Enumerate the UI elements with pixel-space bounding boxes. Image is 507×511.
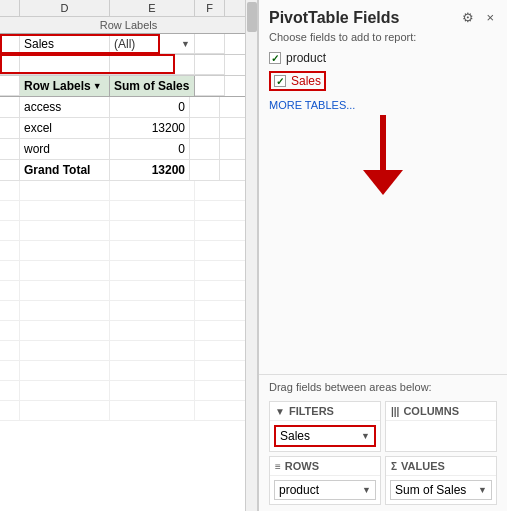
row-num-3: [0, 139, 20, 159]
more-tables-link[interactable]: MORE TABLES...: [259, 95, 507, 115]
empty-filler-row: [0, 381, 257, 401]
areas-grid: ▼ FILTERS Sales ▼ ||| COLUMNS ≡ RO: [259, 397, 507, 511]
filters-dropdown-arrow[interactable]: ▼: [361, 431, 370, 441]
pivot-header-rownum: [0, 76, 20, 96]
row-number-col: [0, 0, 20, 16]
empty-filler-row: [0, 361, 257, 381]
empty-row: [0, 55, 257, 76]
row-value-word: 0: [110, 139, 190, 159]
row-extra-1: [190, 97, 220, 117]
row-label-access: access: [20, 97, 110, 117]
scrollbar[interactable]: [245, 0, 257, 511]
values-icon: Σ: [391, 461, 397, 472]
area-filters-header: ▼ FILTERS: [270, 402, 380, 421]
field-item-sales[interactable]: ✓ Sales: [269, 69, 497, 93]
filters-dropdown[interactable]: Sales ▼: [274, 425, 376, 447]
scrollbar-thumb[interactable]: [247, 2, 257, 32]
settings-icon[interactable]: ⚙: [459, 8, 477, 27]
pivot-header-empty: [195, 76, 225, 96]
empty-filler-row: [0, 181, 257, 201]
values-dropdown[interactable]: Sum of Sales ▼: [390, 480, 492, 500]
field-item-product[interactable]: ✓ product: [269, 49, 497, 67]
filter-dropdown-arrow[interactable]: ▼: [181, 39, 190, 49]
row-value-access: 0: [110, 97, 190, 117]
pivot-header-sum-label: Sum of Sales: [110, 76, 195, 96]
field-label-product: product: [286, 51, 326, 65]
checkmark-sales: ✓: [276, 76, 284, 87]
pivot-panel: PivotTable Fields ⚙ × Choose fields to a…: [258, 0, 507, 511]
panel-icons: ⚙ ×: [459, 8, 497, 27]
grand-total-value: 13200: [110, 160, 190, 180]
row-extra-3: [190, 139, 220, 159]
close-icon[interactable]: ×: [483, 8, 497, 27]
area-filters: ▼ FILTERS Sales ▼: [269, 401, 381, 452]
filter-value-cell[interactable]: (All) ▼: [110, 34, 195, 54]
area-rows-content: product ▼: [270, 476, 380, 504]
col-f-header: F: [195, 0, 225, 16]
checkmark-product: ✓: [271, 53, 279, 64]
area-filters-content: Sales ▼: [270, 421, 380, 451]
arrow-area: [259, 115, 507, 374]
row-extra-2: [190, 118, 220, 138]
cells-area: Sales (All) ▼ Row Labels ▼: [0, 34, 257, 421]
row-num-2: [0, 118, 20, 138]
drag-hint: Drag fields between areas below:: [259, 374, 507, 397]
rows-label: ROWS: [285, 460, 319, 472]
rows-dropdown-value: product: [279, 483, 319, 497]
area-values-content: Sum of Sales ▼: [386, 476, 496, 504]
filter-empty-f: [195, 34, 225, 54]
empty-filler-row: [0, 281, 257, 301]
empty-filler-row: [0, 301, 257, 321]
row-num-1: [0, 97, 20, 117]
values-label: VALUES: [401, 460, 445, 472]
rows-dropdown-arrow[interactable]: ▼: [362, 485, 371, 495]
area-columns: ||| COLUMNS: [385, 401, 497, 452]
empty-filler-row: [0, 341, 257, 361]
area-rows: ≡ ROWS product ▼: [269, 456, 381, 505]
area-rows-header: ≡ ROWS: [270, 457, 380, 476]
drag-arrow-icon: [363, 115, 403, 195]
row-extra-gt: [190, 160, 220, 180]
filter-row: Sales (All) ▼: [0, 34, 257, 55]
grand-total-row: Grand Total 13200: [0, 160, 257, 181]
filter-label-cell[interactable]: Sales: [20, 34, 110, 54]
col-headers: D E F: [0, 0, 257, 17]
filters-dropdown-value: Sales: [280, 429, 310, 443]
columns-label: COLUMNS: [403, 405, 459, 417]
row-num-filter: [0, 34, 20, 54]
values-dropdown-value: Sum of Sales: [395, 483, 466, 497]
empty-filler-row: [0, 321, 257, 341]
svg-marker-1: [363, 170, 403, 195]
row-label-word: word: [20, 139, 110, 159]
col-d-header: D: [20, 0, 110, 16]
field-checkbox-product[interactable]: ✓: [269, 52, 281, 64]
row-value-excel: 13200: [110, 118, 190, 138]
area-values: Σ VALUES Sum of Sales ▼: [385, 456, 497, 505]
empty-filler-row: [0, 241, 257, 261]
rows-dropdown[interactable]: product ▼: [274, 480, 376, 500]
panel-header: PivotTable Fields ⚙ ×: [259, 0, 507, 31]
panel-title: PivotTable Fields: [269, 9, 399, 27]
table-row: word 0: [0, 139, 257, 160]
sales-red-outline-box: ✓ Sales: [269, 71, 326, 91]
field-checkbox-sales[interactable]: ✓: [274, 75, 286, 87]
row-num-gt: [0, 160, 20, 180]
empty-filler-row: [0, 221, 257, 241]
values-dropdown-arrow[interactable]: ▼: [478, 485, 487, 495]
empty-filler-row: [0, 201, 257, 221]
table-row: access 0: [0, 97, 257, 118]
grand-total-label: Grand Total: [20, 160, 110, 180]
area-columns-header: ||| COLUMNS: [386, 402, 496, 421]
area-columns-content: [386, 421, 496, 425]
empty-rows: [0, 181, 257, 421]
spreadsheet-area: D E F Row Labels Sales (All) ▼: [0, 0, 258, 511]
columns-icon: |||: [391, 406, 399, 417]
panel-subtitle: Choose fields to add to report:: [259, 31, 507, 49]
table-row: excel 13200: [0, 118, 257, 139]
area-values-header: Σ VALUES: [386, 457, 496, 476]
pivot-row-label-dropdown[interactable]: ▼: [93, 81, 102, 91]
empty-filler-row: [0, 261, 257, 281]
pivot-header-row: Row Labels ▼ Sum of Sales: [0, 76, 257, 97]
row-labels-bar: Row Labels: [0, 17, 257, 34]
pivot-header-row-label[interactable]: Row Labels ▼: [20, 76, 110, 96]
